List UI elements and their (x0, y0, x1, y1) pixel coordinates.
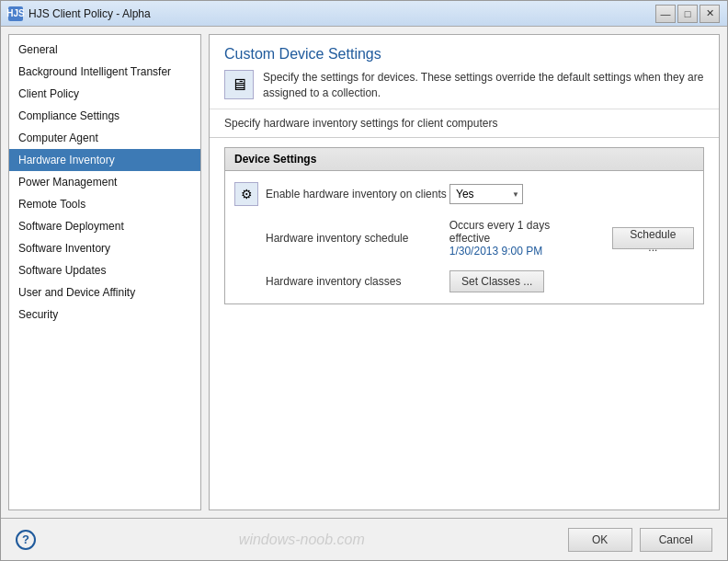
enable-inventory-label: Enable hardware inventory on clients (266, 188, 449, 200)
section-description: Specify hardware inventory settings for … (210, 109, 719, 138)
watermark: windows-noob.com (36, 532, 568, 548)
schedule-row: Hardware inventory schedule Occurs every… (234, 219, 694, 258)
settings-content: ⚙ Enable hardware inventory on clients Y… (225, 171, 703, 303)
sidebar-item-computer-agent[interactable]: Computer Agent (9, 127, 200, 149)
sidebar-item-background-intelligent-transfer[interactable]: Background Intelligent Transfer (9, 61, 200, 83)
schedule-date: 1/30/2013 9:00 PM (449, 245, 542, 258)
cancel-button[interactable]: Cancel (640, 528, 712, 552)
schedule-info-container: Occurs every 1 days effective 1/30/2013 … (449, 219, 603, 258)
minimize-button[interactable]: — (655, 5, 676, 23)
set-classes-button[interactable]: Set Classes ... (449, 270, 544, 292)
sidebar-item-security[interactable]: Security (9, 303, 200, 326)
main-panel: Custom Device Settings 🖥 Specify the set… (209, 34, 720, 510)
enable-inventory-select[interactable]: Yes No (449, 184, 523, 204)
footer-buttons: OK Cancel (568, 528, 712, 552)
window-content: General Background Intelligent Transfer … (1, 27, 727, 518)
sidebar-item-software-inventory[interactable]: Software Inventory (9, 237, 200, 259)
panel-title: Custom Device Settings (224, 46, 704, 63)
ok-button[interactable]: OK (568, 528, 632, 552)
schedule-info-text: Occurs every 1 days effective (449, 219, 550, 245)
sidebar: General Background Intelligent Transfer … (8, 34, 201, 510)
header-description: 🖥 Specify the settings for devices. Thes… (224, 70, 704, 101)
classes-row: Hardware inventory classes Set Classes .… (234, 270, 694, 292)
enable-inventory-control: Yes No (449, 184, 523, 204)
title-bar: HJS HJS Client Policy - Alpha — □ ✕ (1, 1, 727, 27)
enable-dropdown-wrapper: Yes No (449, 184, 523, 204)
schedule-label: Hardware inventory schedule (266, 232, 449, 245)
window-footer: ? windows-noob.com OK Cancel (1, 518, 727, 560)
sidebar-item-hardware-inventory[interactable]: Hardware Inventory (9, 149, 200, 171)
close-button[interactable]: ✕ (700, 5, 720, 23)
sidebar-item-remote-tools[interactable]: Remote Tools (9, 193, 200, 215)
enable-inventory-icon: ⚙ (234, 182, 258, 206)
maximize-button[interactable]: □ (677, 5, 698, 23)
schedule-button[interactable]: Schedule ... (612, 227, 694, 249)
classes-label: Hardware inventory classes (266, 275, 449, 288)
schedule-control: Occurs every 1 days effective 1/30/2013 … (449, 219, 694, 258)
sidebar-item-general[interactable]: General (9, 39, 200, 61)
main-header: Custom Device Settings 🖥 Specify the set… (210, 35, 719, 109)
sidebar-item-user-and-device-affinity[interactable]: User and Device Affinity (9, 281, 200, 303)
sidebar-item-compliance-settings[interactable]: Compliance Settings (9, 105, 200, 127)
header-desc-text: Specify the settings for devices. These … (263, 70, 704, 101)
header-icon: 🖥 (224, 70, 254, 99)
main-window: HJS HJS Client Policy - Alpha — □ ✕ Gene… (0, 0, 728, 561)
help-icon[interactable]: ? (16, 530, 36, 550)
sidebar-item-software-updates[interactable]: Software Updates (9, 259, 200, 281)
device-settings-panel: Device Settings ⚙ Enable hardware invent… (224, 147, 704, 304)
window-controls: — □ ✕ (655, 5, 720, 23)
device-settings-header: Device Settings (225, 148, 703, 171)
app-icon: HJS (8, 6, 23, 21)
enable-inventory-row: ⚙ Enable hardware inventory on clients Y… (234, 182, 694, 206)
sidebar-item-power-management[interactable]: Power Management (9, 171, 200, 193)
window-title: HJS Client Policy - Alpha (28, 7, 655, 20)
sidebar-item-client-policy[interactable]: Client Policy (9, 83, 200, 105)
sidebar-item-software-deployment[interactable]: Software Deployment (9, 215, 200, 237)
